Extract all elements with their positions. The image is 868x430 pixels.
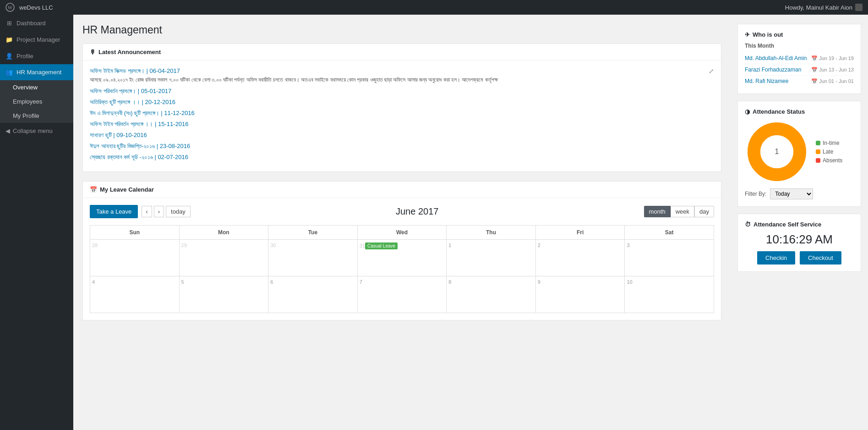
hr-icon: 👥 — [5, 69, 13, 76]
checkin-button[interactable]: Checkin — [757, 251, 795, 265]
sidebar-group-hr[interactable]: 👥 HR Management — [0, 64, 73, 80]
legend-intime: In-time — [816, 140, 842, 146]
day-view-button[interactable]: day — [694, 206, 714, 217]
expand-icon[interactable]: ⤢ — [709, 67, 714, 75]
day-header-thu: Thu — [447, 226, 536, 240]
announcement-link-0[interactable]: অফিস টাইম ফিক্সড প্রসঙ্গে। | 06-04-2017 — [90, 67, 180, 74]
announcement-link-7[interactable]: স্বেচ্ছায় রক্তদান কর্ম সূচি -২০১৬ | 02-… — [90, 154, 188, 160]
announcement-link-2[interactable]: অতিরিক্ত ছুটি প্রসঙ্গে ।। | 20-12-2016 — [90, 99, 175, 105]
announcement-item-1: অফিস পরিবর্তন প্রসঙ্গে। | 05-01-2017 — [90, 88, 714, 95]
day-header-sun: Sun — [90, 226, 180, 240]
checkout-button[interactable]: Checkout — [800, 251, 841, 265]
who-out-row-1: Farazi Forhaduzzaman 📅 Jun 13 - Jun 13 — [745, 64, 854, 76]
calendar-cell-0-4[interactable]: 1 — [447, 240, 536, 276]
sidebar-item-profile[interactable]: 👤 Profile — [0, 48, 73, 64]
filter-row: Filter By: Today This Week This Month — [745, 188, 854, 199]
who-out-date-0: 📅 Jun 19 - Jun 19 — [811, 55, 854, 61]
calendar-cell-1-3[interactable]: 7 — [357, 276, 447, 313]
leave-calendar-title: My Leave Calendar — [100, 186, 154, 193]
collapse-menu[interactable]: ◀ Collapse menu — [0, 123, 73, 139]
filter-label: Filter By: — [745, 191, 766, 197]
clock-icon: ⏱ — [745, 221, 751, 228]
announcement-link-1[interactable]: অফিস পরিবর্তন প্রসঙ্গে। | 05-01-2017 — [90, 88, 171, 94]
calendar-cell-0-1[interactable]: 29 — [179, 240, 268, 276]
week-view-button[interactable]: week — [671, 206, 694, 217]
who-is-out-title: ✈ Who is out — [745, 31, 854, 38]
legend-intime-dot — [816, 141, 820, 145]
calendar-cell-1-5[interactable]: 9 — [535, 276, 625, 313]
who-out-name-0[interactable]: Md. Abdullah-Al-Edi Amin — [745, 55, 807, 61]
announcement-item-0: অফিস টাইম ফিক্সড প্রসঙ্গে। | 06-04-2017 … — [90, 67, 714, 84]
calendar-week-0: 28293031Casual Leave123 — [90, 240, 714, 276]
who-out-date-2: 📅 Jun 01 - Jun 01 — [811, 78, 854, 84]
filter-select[interactable]: Today This Week This Month — [770, 188, 813, 199]
cal-icon-1: 📅 — [811, 67, 818, 72]
who-out-date-1: 📅 Jun 13 - Jun 13 — [811, 67, 854, 73]
day-header-tue: Tue — [268, 226, 358, 240]
calendar-cell-1-6[interactable]: 10 — [625, 276, 714, 313]
donut-container: 1 In-time Late Absents — [745, 120, 854, 184]
legend-late-label: Late — [823, 149, 833, 155]
day-number-0-1: 29 — [181, 243, 187, 248]
day-header-fri: Fri — [535, 226, 625, 240]
calendar-cell-0-2[interactable]: 30 — [268, 240, 358, 276]
leave-calendar-header: 📅 My Leave Calendar — [83, 182, 721, 198]
day-number-1-3: 7 — [360, 279, 362, 285]
who-out-name-1[interactable]: Farazi Forhaduzzaman — [745, 66, 801, 73]
this-month-label: This Month — [745, 43, 854, 49]
day-number-1-5: 9 — [538, 279, 540, 285]
legend-late: Late — [816, 149, 842, 155]
user-avatar — [855, 4, 863, 11]
sidebar-item-dashboard[interactable]: ⊞ Dashboard — [0, 15, 73, 31]
chart-icon: ◑ — [745, 108, 750, 115]
calendar-cell-0-3[interactable]: 31Casual Leave — [357, 240, 447, 276]
announcement-item-3: ঈদ এ মিলাদুন্নবী (সঃ) ছুটি প্রসঙ্গে। | 1… — [90, 110, 714, 117]
leave-calendar-card: 📅 My Leave Calendar Take a Leave ‹ › tod… — [82, 181, 721, 320]
attendance-self-service-title: ⏱ Attendance Self Service — [745, 221, 854, 228]
next-month-button[interactable]: › — [154, 206, 164, 217]
calendar-cell-1-0[interactable]: 4 — [90, 276, 180, 313]
today-button[interactable]: today — [166, 206, 191, 217]
prev-month-button[interactable]: ‹ — [142, 206, 152, 217]
calendar-table: Sun Mon Tue Wed Thu Fri Sat 28293031Casu… — [90, 225, 714, 313]
who-out-row-2: Md. Rafi Nizamee 📅 Jun 01 - Jun 01 — [745, 76, 854, 87]
month-view-button[interactable]: month — [644, 206, 671, 217]
calendar-cell-1-4[interactable]: 8 — [447, 276, 536, 313]
day-number-0-2: 30 — [270, 243, 276, 248]
collapse-icon: ◀ — [5, 127, 10, 134]
announcement-item-7: স্বেচ্ছায় রক্তদান কর্ম সূচি -২০১৬ | 02-… — [90, 154, 714, 161]
day-header-mon: Mon — [179, 226, 268, 240]
calendar-cell-1-2[interactable]: 6 — [268, 276, 358, 313]
sidebar-group-hr-label: HR Management — [16, 69, 61, 76]
topbar-left: W weDevs LLC — [5, 3, 53, 12]
calendar-body: 28293031Casual Leave12345678910 — [90, 240, 714, 313]
event-badge[interactable]: Casual Leave — [365, 243, 398, 249]
calendar-view-buttons: month week day — [644, 206, 714, 217]
announcement-link-4[interactable]: অফিস টাইম পরিবর্তন প্রসঙ্গে ।। | 15-11-2… — [90, 121, 189, 127]
announcement-link-5[interactable]: সাধারণ ছুটি | 09-10-2016 — [90, 132, 147, 138]
day-number-1-6: 10 — [627, 279, 632, 285]
mic-icon: 🎙 — [90, 49, 96, 55]
calendar-cell-0-5[interactable]: 2 — [535, 240, 625, 276]
calendar-cell-1-1[interactable]: 5 — [179, 276, 268, 313]
sidebar-sub-employees[interactable]: Employees — [0, 94, 73, 109]
donut-chart: 1 — [745, 120, 809, 184]
legend-absents-label: Absents — [823, 157, 842, 164]
sidebar-sub-overview[interactable]: Overview — [0, 80, 73, 94]
day-number-0-6: 3 — [627, 243, 629, 248]
main-content: HR Management 🎙 Latest Announcement ⤢ অফ… — [73, 15, 731, 430]
site-name: weDevs LLC — [19, 4, 53, 11]
announcement-link-3[interactable]: ঈদ এ মিলাদুন্নবী (সঃ) ছুটি প্রসঙ্গে। | 1… — [90, 110, 195, 116]
take-leave-button[interactable]: Take a Leave — [90, 205, 138, 218]
dashboard-icon: ⊞ — [5, 19, 13, 27]
calendar-cell-0-6[interactable]: 3 — [625, 240, 714, 276]
sidebar-sub-my-profile[interactable]: My Profile — [0, 109, 73, 123]
announcement-body-0: আসছে ০৯.০৪.২০১৭ ইং রোজ রবিবার সকাল ৭.০০ … — [90, 76, 714, 84]
day-header-sat: Sat — [625, 226, 714, 240]
sidebar-item-label-projects: Project Manager — [16, 36, 60, 43]
sidebar-item-project-manager[interactable]: 📁 Project Manager — [0, 31, 73, 48]
announcement-link-6[interactable]: ঈদুল আযহার ছুটির বিজ্ঞপ্তি-২০১৬ | 23-08-… — [90, 143, 190, 149]
calendar-cell-0-0[interactable]: 28 — [90, 240, 180, 276]
who-out-name-2[interactable]: Md. Rafi Nizamee — [745, 78, 788, 84]
calendar-controls: Take a Leave ‹ › today June 2017 month w… — [90, 205, 714, 218]
